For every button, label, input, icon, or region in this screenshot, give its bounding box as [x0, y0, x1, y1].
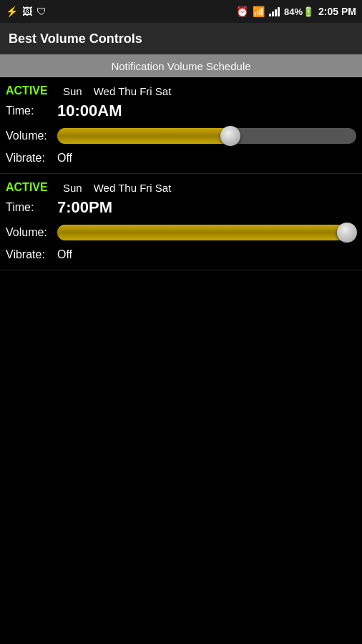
time-row-1: Time: 10:00AM — [0, 100, 362, 122]
sun-label-1: Sun — [63, 85, 82, 97]
days-label-2: Wed Thu Fri Sat — [94, 182, 172, 194]
days-label-1: Wed Thu Fri Sat — [94, 85, 172, 97]
vibrate-value-2: Off — [57, 248, 72, 261]
active-label-1: ACTIVE — [6, 84, 63, 97]
vibrate-value-1: Off — [57, 152, 72, 165]
signal-bars-icon — [269, 6, 280, 16]
status-right-icons: ⏰ 📶 84% 🔋 2:05 PM — [236, 6, 356, 17]
slider-fill-1 — [57, 128, 230, 144]
alarm-icon: ⏰ — [236, 6, 248, 17]
volume-row-2: Volume: — [0, 218, 362, 247]
time-value-2: 7:00PM — [57, 198, 112, 217]
active-row-2: ACTIVE Sun Wed Thu Fri Sat — [0, 177, 362, 197]
volume-label-2: Volume: — [6, 226, 57, 239]
battery-icon: 🔋 — [303, 6, 314, 17]
volume-row-1: Volume: — [0, 122, 362, 150]
time-value-1: 10:00AM — [57, 102, 122, 120]
volume-label-1: Volume: — [6, 130, 57, 142]
sun-label-2: Sun — [63, 182, 82, 194]
subtitle-bar: Notification Volume Schedule — [0, 54, 362, 77]
slider-thumb-1[interactable] — [220, 126, 240, 146]
vibrate-row-2: Vibrate: Off — [0, 247, 362, 267]
vibrate-label-1: Vibrate: — [6, 152, 57, 165]
wifi-icon: 📶 — [253, 6, 265, 17]
vibrate-row-1: Vibrate: Off — [0, 150, 362, 170]
image-icon: 🖼 — [22, 6, 32, 17]
status-bar: ⚡ 🖼 🛡 ⏰ 📶 84% 🔋 2:05 PM — [0, 0, 362, 23]
volume-slider-2[interactable] — [57, 223, 356, 243]
page-subtitle: Notification Volume Schedule — [111, 60, 250, 72]
active-row-1: ACTIVE Sun Wed Thu Fri Sat — [0, 80, 362, 100]
usb-icon: ⚡ — [6, 6, 18, 17]
battery-indicator: 84% 🔋 — [284, 6, 314, 17]
slider-fill-2 — [57, 225, 347, 240]
time-label-1: Time: — [6, 104, 57, 117]
app-title: Best Volume Controls — [9, 31, 142, 47]
title-bar: Best Volume Controls — [0, 23, 362, 54]
active-label-2: ACTIVE — [6, 181, 63, 194]
slider-thumb-2[interactable] — [337, 223, 357, 243]
time-row-2: Time: 7:00PM — [0, 197, 362, 218]
time-label-2: Time: — [6, 201, 57, 214]
schedule-item-1[interactable]: ACTIVE Sun Wed Thu Fri Sat Time: 10:00AM… — [0, 77, 362, 174]
shield-icon: 🛡 — [36, 6, 47, 17]
battery-percent: 84% — [284, 6, 303, 17]
volume-slider-1[interactable] — [57, 126, 356, 146]
status-time: 2:05 PM — [318, 6, 356, 17]
status-left-icons: ⚡ 🖼 🛡 — [6, 6, 47, 17]
schedule-item-2[interactable]: ACTIVE Sun Wed Thu Fri Sat Time: 7:00PM … — [0, 174, 362, 270]
vibrate-label-2: Vibrate: — [6, 248, 57, 261]
